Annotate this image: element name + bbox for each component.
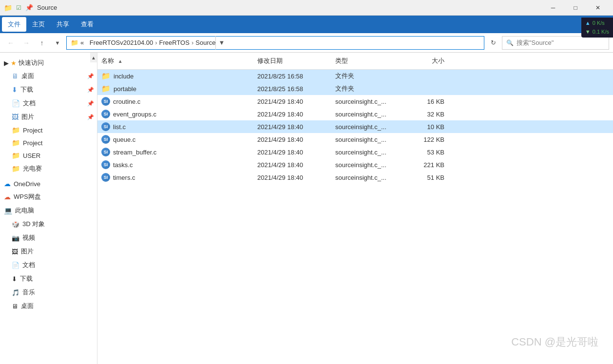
sidebar-item-onedrive[interactable]: ☁ OneDrive: [0, 177, 97, 190]
file-row[interactable]: SI croutine.c 2021/4/29 18:40 sourceinsi…: [97, 95, 613, 108]
sidebar-item-documents[interactable]: 📄 文档: [0, 258, 97, 272]
col-header-date[interactable]: 修改日期: [253, 55, 331, 67]
sidebar-item-3d[interactable]: 🎲 3D 对象: [0, 217, 97, 231]
star-icon: ★: [11, 59, 17, 67]
sidebar-item-downloads[interactable]: ⬇ 下载: [0, 272, 97, 286]
sidebar-item-pics[interactable]: 🖼 图片 📌: [0, 110, 97, 124]
file-date-cell: 2021/4/29 18:40: [253, 173, 331, 182]
window-title: Source: [37, 4, 542, 11]
sidebar-scroll-up[interactable]: ▲: [90, 53, 97, 62]
search-input[interactable]: [517, 39, 605, 46]
file-row[interactable]: SI event_groups.c 2021/4/29 18:40 source…: [97, 108, 613, 120]
col-header-name[interactable]: 名称 ▲: [97, 55, 253, 67]
sidebar-item-music[interactable]: 🎵 音乐: [0, 286, 97, 299]
documents-icon: 📄: [12, 262, 19, 269]
sort-arrow-name: ▲: [118, 58, 123, 64]
sidebar-label-download: 下载: [20, 85, 33, 94]
file-size-cell: [409, 88, 448, 90]
menu-share[interactable]: 共享: [51, 17, 75, 32]
file-size-cell: [409, 75, 448, 77]
sidebar-label-pics: 图片: [21, 113, 34, 121]
file-type-cell: sourceinsight.c_...: [331, 160, 409, 170]
search-icon: 🔍: [506, 39, 514, 46]
downloads-icon: ⬇: [12, 275, 17, 283]
pin-icon-desktop: 📌: [87, 73, 94, 79]
file-row[interactable]: SI timers.c 2021/4/29 18:40 sourceinsigh…: [97, 171, 613, 184]
file-row[interactable]: SI tasks.c 2021/4/29 18:40 sourceinsight…: [97, 158, 613, 171]
path-freertos-root[interactable]: «: [80, 39, 84, 46]
back-button[interactable]: ←: [4, 36, 18, 50]
download-speed: 0.1 K/s: [593, 28, 609, 37]
pin-icon-docs: 📌: [87, 100, 94, 107]
folder-icon-download: ⬇: [12, 86, 18, 94]
file-type-cell: 文件夹: [331, 83, 409, 94]
sidebar-item-desktop-comp[interactable]: 🖥 桌面: [0, 299, 97, 313]
path-segment-2[interactable]: FreeRTOS: [159, 39, 190, 46]
file-list: 名称 ▲ 修改日期 类型 大小 📁 include 2021/8/25 16:5…: [97, 53, 613, 364]
file-row[interactable]: 📁 include 2021/8/25 16:58 文件夹: [97, 70, 613, 82]
refresh-button[interactable]: ↻: [486, 36, 500, 50]
folder-icon-user: 📁: [12, 152, 20, 159]
3d-icon: 🎲: [12, 221, 19, 228]
forward-button[interactable]: →: [19, 36, 33, 50]
file-size-cell: 16 KB: [409, 97, 448, 106]
menu-home[interactable]: 主页: [26, 17, 51, 32]
sidebar-item-download[interactable]: ⬇ 下载 📌: [0, 83, 97, 96]
file-type-cell: 文件夹: [331, 71, 409, 81]
file-row[interactable]: SI stream_buffer.c 2021/4/29 18:40 sourc…: [97, 146, 613, 158]
file-list-header: 名称 ▲ 修改日期 类型 大小: [97, 53, 613, 70]
desktop-comp-label: 桌面: [21, 302, 34, 310]
path-segment-1[interactable]: FreeRTOSv202104.00: [90, 39, 153, 46]
menu-view[interactable]: 查看: [75, 17, 99, 32]
file-name-cell: 📁 include: [97, 71, 253, 81]
quick-access-header[interactable]: ▶ ★ 快速访问: [0, 57, 97, 69]
menu-file[interactable]: 文件: [2, 17, 26, 32]
sidebar-item-pictures[interactable]: 🖼 图片: [0, 245, 97, 258]
file-type-cell: sourceinsight.c_...: [331, 122, 409, 132]
col-header-size[interactable]: 大小: [409, 55, 448, 67]
sidebar-label-project2: Project: [23, 139, 42, 147]
sidebar-item-competition[interactable]: 📁 光电赛: [0, 162, 97, 175]
titlebar: 📁 ☑ 📌 Source ─ □ ✕: [0, 0, 613, 16]
file-name: include: [114, 73, 134, 80]
c-file-icon: SI: [101, 97, 110, 106]
sidebar-label-competition: 光电赛: [23, 164, 42, 173]
up-button[interactable]: ↑: [35, 36, 49, 50]
file-name: event_groups.c: [113, 111, 156, 118]
minimize-button[interactable]: ─: [542, 0, 564, 16]
col-header-type[interactable]: 类型: [331, 55, 409, 67]
file-row[interactable]: 📁 portable 2021/8/25 16:58 文件夹: [97, 82, 613, 95]
address-path[interactable]: 📁 « FreeRTOSv202104.00 › FreeRTOS › Sour…: [66, 36, 484, 50]
file-row[interactable]: SI list.c 2021/4/29 18:40 sourceinsight.…: [97, 120, 613, 133]
network-speed-overlay: ▲ 0 K/s ▼ 0.1 K/s: [581, 18, 613, 38]
sidebar-item-user[interactable]: 📁 USER: [0, 149, 97, 162]
sidebar-item-project2[interactable]: 📁 Project: [0, 136, 97, 149]
close-button[interactable]: ✕: [587, 0, 609, 16]
sidebar: ▲ ▶ ★ 快速访问 🖥 桌面 📌 ⬇ 下载 📌 📄 文档 📌: [0, 53, 97, 364]
file-name-cell: SI queue.c: [97, 134, 253, 145]
path-segment-3[interactable]: Source: [195, 39, 215, 46]
folder-icon: 📁: [101, 72, 111, 80]
sidebar-item-desktop[interactable]: 🖥 桌面 📌: [0, 69, 97, 83]
path-dropdown[interactable]: ▼: [215, 36, 227, 50]
sidebar-item-this-computer[interactable]: 💻 此电脑: [0, 204, 97, 217]
main-area: ▲ ▶ ★ 快速访问 🖥 桌面 📌 ⬇ 下载 📌 📄 文档 📌: [0, 53, 613, 364]
file-name-cell: SI event_groups.c: [97, 109, 253, 119]
file-row[interactable]: SI queue.c 2021/4/29 18:40 sourceinsight…: [97, 133, 613, 146]
sidebar-item-project1[interactable]: 📁 Project: [0, 124, 97, 136]
sidebar-item-docs[interactable]: 📄 文档 📌: [0, 96, 97, 110]
c-file-icon: SI: [101, 160, 110, 169]
maximize-button[interactable]: □: [564, 0, 587, 16]
sidebar-item-wps[interactable]: ☁ WPS网盘: [0, 190, 97, 204]
file-type-cell: sourceinsight.c_...: [331, 97, 409, 106]
file-name-cell: SI stream_buffer.c: [97, 147, 253, 157]
file-type-cell: sourceinsight.c_...: [331, 173, 409, 182]
file-type-cell: sourceinsight.c_...: [331, 110, 409, 119]
wps-icon: ☁: [4, 193, 11, 201]
quick-access-label: 快速访问: [19, 58, 44, 67]
file-name: croutine.c: [113, 98, 140, 105]
c-file-icon: SI: [101, 122, 110, 131]
recent-button[interactable]: ▼: [51, 36, 64, 50]
file-date-cell: 2021/4/29 18:40: [253, 122, 331, 132]
sidebar-item-video[interactable]: 📷 视频: [0, 231, 97, 245]
